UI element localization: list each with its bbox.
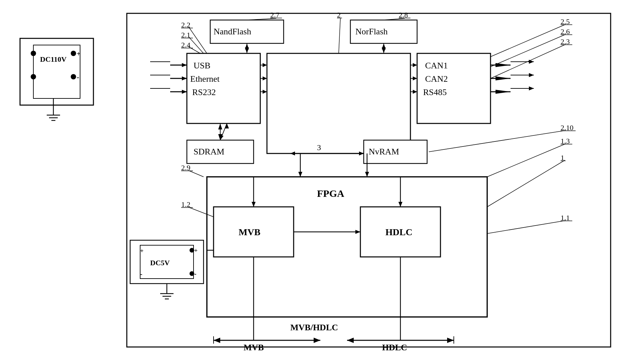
rs232-label: RS232 [192, 87, 216, 97]
dc5v-label: DC5V [150, 259, 170, 267]
ref-3-label: 3 [317, 143, 321, 152]
mvb-bus-label: MVB [244, 343, 264, 352]
mvb-hdlc-label: MVB/HDLC [290, 323, 338, 332]
dc5v-plus-left: + [140, 248, 143, 254]
dc110v-plus-terminal [71, 51, 76, 56]
cpu-box [267, 53, 410, 153]
dc110v-plus-sign: + [77, 50, 80, 57]
dc110v-left-plus-terminal [31, 51, 36, 56]
dc110v-minus-terminal [71, 74, 76, 79]
dc5v-minus-right: - [194, 270, 197, 277]
norflash-label: NorFlash [355, 27, 388, 36]
dc5v-plus-right: + [194, 247, 198, 254]
dc5v-minus-right-terminal [190, 271, 194, 276]
dc110v-minus-sign: - [77, 73, 79, 81]
diagram-container: DC110V + - NandFlash NorFlash USB Ethern… [0, 0, 635, 364]
can1-label: CAN1 [425, 61, 448, 70]
sdram-label: SDRAM [194, 147, 224, 156]
hdlc-label: HDLC [385, 227, 412, 237]
mvb-label: MVB [239, 227, 260, 237]
dc110v-left-minus-terminal [31, 74, 36, 79]
can2-label: CAN2 [425, 74, 448, 84]
fpga-label: FPGA [317, 188, 344, 199]
nandflash-label: NandFlash [214, 27, 251, 36]
ethernet-label: Ethernet [190, 74, 220, 84]
nvram-label: NvRAM [369, 147, 399, 156]
dc5v-minus-left: - [140, 270, 142, 278]
dc5v-plus-right-terminal [190, 248, 194, 253]
rs485-label: RS485 [423, 87, 447, 97]
usb-label: USB [194, 61, 211, 70]
hdlc-bus-label: HDLC [382, 343, 407, 352]
dc110v-label: DC110V [40, 55, 67, 63]
